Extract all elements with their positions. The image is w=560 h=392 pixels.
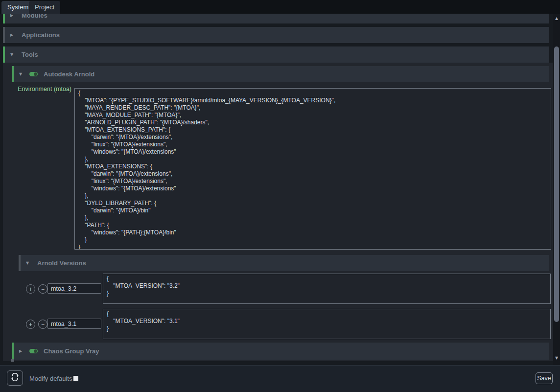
save-button[interactable]: Save — [536, 372, 553, 384]
section-header-autodesk-arnold[interactable]: ▼ Autodesk Arnold — [12, 66, 549, 82]
add-version-button[interactable]: + — [26, 284, 35, 294]
section-label: Tools — [22, 51, 38, 58]
enable-toggle[interactable] — [29, 72, 38, 76]
chevron-down-icon: ▼ — [8, 52, 16, 57]
chevron-down-icon: ▼ — [23, 261, 31, 265]
chevron-right-icon: ▶ — [8, 14, 16, 18]
section-header-chaos-group-vray[interactable]: ▶ Chaos Group Vray — [12, 343, 549, 360]
scrollbar-up-arrow-icon[interactable]: ▲ — [553, 16, 560, 21]
scroll-grip — [11, 359, 14, 362]
section-header-arnold-versions[interactable]: ▼ Arnold Versions — [19, 255, 549, 271]
chevron-right-icon: ▶ — [8, 33, 16, 37]
section-label: Chaos Group Vray — [44, 347, 99, 355]
tab-bar: System Project — [0, 0, 560, 14]
section-header-modules[interactable]: ▶ Modules — [3, 14, 549, 23]
section-label: Arnold Versions — [37, 259, 86, 267]
refresh-icon — [11, 373, 19, 383]
section-label: Autodesk Arnold — [44, 70, 94, 78]
footer-bar: Modify defaults Save — [0, 365, 560, 392]
section-label: Modules — [22, 14, 47, 19]
chevron-right-icon: ▶ — [17, 349, 24, 353]
version-json-editor[interactable]: { "MTOA_VERSION": "3.2" } — [103, 274, 551, 304]
add-version-button[interactable]: + — [26, 320, 35, 329]
enable-toggle[interactable] — [29, 349, 38, 353]
version-key-input[interactable] — [47, 319, 101, 329]
section-header-applications[interactable]: ▶ Applications — [3, 27, 549, 43]
section-header-tools[interactable]: ▼ Tools — [3, 46, 549, 63]
modify-defaults-label: Modify defaults — [29, 375, 72, 382]
vertical-scrollbar[interactable]: ▲ ▼ — [553, 14, 560, 365]
remove-version-button[interactable]: − — [38, 284, 47, 294]
environment-mtoa-json-editor[interactable]: { "MTOA": "{PYPE_STUDIO_SOFTWARE}/arnold… — [74, 88, 551, 250]
scrollbar-down-arrow-icon[interactable]: ▼ — [553, 356, 560, 360]
settings-window: System Project ▶ Modules ▶ Applications … — [0, 0, 560, 392]
refresh-button[interactable] — [7, 370, 23, 386]
section-label: Applications — [22, 31, 60, 39]
version-json-editor[interactable]: { "MTOA_VERSION": "3.1" } — [103, 309, 551, 339]
scrollbar-thumb[interactable] — [554, 46, 559, 322]
version-key-input[interactable] — [47, 283, 101, 294]
environment-mtoa-label: Environment (mtoa) — [10, 86, 71, 92]
settings-scroll-area: ▶ Modules ▶ Applications ▼ Tools ▼ Autod… — [0, 14, 553, 365]
tab-project[interactable]: Project — [29, 1, 60, 14]
remove-version-button[interactable]: − — [38, 320, 47, 329]
tools-section-body: ▼ Autodesk Arnold Environment (mtoa) { "… — [3, 63, 553, 361]
toggle-knob — [34, 349, 37, 353]
chevron-down-icon: ▼ — [17, 72, 24, 76]
toggle-knob — [34, 72, 37, 76]
modify-defaults-checkbox[interactable] — [73, 376, 78, 381]
